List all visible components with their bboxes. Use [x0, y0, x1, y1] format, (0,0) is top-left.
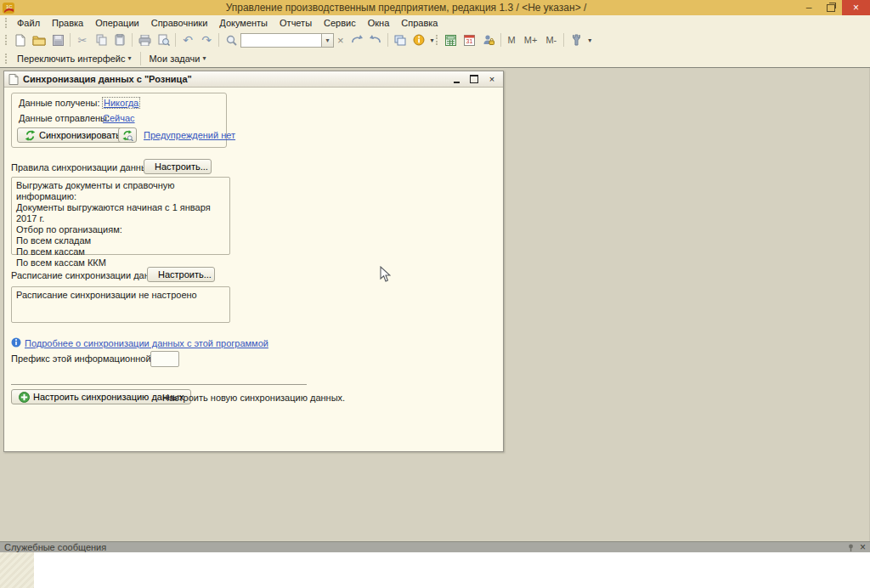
standard-toolbar: ✂ ↶ ↷	[0, 31, 870, 49]
toolbar-separator	[140, 52, 141, 65]
add-icon	[19, 392, 30, 403]
dialog-maximize-button[interactable]	[467, 73, 481, 85]
paste-icon	[115, 34, 125, 46]
toolbar-grip	[5, 35, 7, 45]
find-previous-icon	[370, 35, 381, 45]
calendar-icon: 31	[464, 34, 475, 46]
pin-icon[interactable]	[847, 544, 855, 551]
search-dropdown-button[interactable]: ▾	[322, 33, 334, 48]
toolbar-separator	[500, 33, 501, 47]
settings-dropdown-arrow[interactable]: ▾	[588, 37, 591, 44]
print-button[interactable]	[135, 31, 154, 48]
memory-subtract-button[interactable]: М-	[541, 32, 561, 48]
save-button[interactable]	[48, 31, 67, 48]
menu-edit[interactable]: Правка	[46, 15, 89, 31]
clear-search-button[interactable]: ×	[337, 34, 344, 47]
service-messages-body	[0, 552, 870, 588]
synchronize-button[interactable]: Синхронизировать	[17, 127, 128, 143]
new-document-button[interactable]	[11, 31, 30, 48]
copy-button[interactable]	[92, 31, 110, 48]
wrench-icon	[572, 34, 581, 46]
cut-icon: ✂	[78, 35, 88, 46]
find-button[interactable]	[222, 31, 240, 48]
save-icon	[53, 35, 64, 46]
menu-service[interactable]: Сервис	[318, 15, 362, 31]
menu-reports[interactable]: Отчеты	[274, 15, 318, 31]
mdi-workspace: Синхронизация данных с "Розница" × Данны…	[0, 67, 870, 541]
open-button[interactable]	[30, 31, 48, 48]
rules-configure-button[interactable]: Настроить...	[144, 159, 212, 174]
toolbar-grip	[5, 54, 7, 64]
minimize-button[interactable]: –	[798, 0, 820, 15]
info-button[interactable]	[410, 31, 428, 48]
toolbar-separator	[175, 33, 176, 47]
close-button[interactable]: ×	[842, 0, 870, 15]
main-titlebar: 1С Управление производственным предприят…	[0, 0, 870, 15]
sync-check-button[interactable]	[118, 127, 137, 143]
window-controls: – ×	[798, 0, 870, 15]
info-small-icon	[11, 337, 21, 348]
find-previous-button[interactable]	[366, 31, 385, 48]
window-title: Управление производственным предприятием…	[14, 2, 798, 14]
sent-link[interactable]: Сейчас	[103, 113, 135, 123]
undo-button[interactable]: ↶	[178, 31, 197, 48]
minimize-icon	[454, 82, 460, 83]
find-next-button[interactable]	[347, 31, 366, 48]
toolbar-separator	[387, 33, 388, 47]
service-messages-header: Служебные сообщения ×	[0, 541, 870, 552]
warnings-link[interactable]: Предупреждений нет	[144, 130, 235, 140]
open-windows-button[interactable]	[391, 31, 410, 48]
open-folder-icon	[32, 35, 46, 46]
settings-button[interactable]	[567, 31, 585, 48]
svg-text:31: 31	[466, 38, 473, 44]
received-link[interactable]: Никогда	[102, 97, 140, 109]
restore-button[interactable]	[820, 0, 842, 15]
calendar-button[interactable]: 31	[460, 31, 479, 48]
schedule-description-box[interactable]: Расписание синхронизации не настроено	[11, 286, 230, 323]
received-label: Данные получены:	[19, 98, 99, 108]
rules-description-box[interactable]: Выгружать документы и справочную информа…	[11, 177, 230, 255]
user-permissions-button[interactable]	[479, 31, 498, 48]
print-icon	[138, 35, 151, 46]
rules-label: Правила синхронизации данных:	[11, 162, 155, 172]
dialog-titlebar[interactable]: Синхронизация данных с "Розница" ×	[4, 71, 503, 88]
close-icon: ×	[489, 74, 494, 84]
memory-recall-button[interactable]: М	[504, 32, 520, 48]
sync-status-group: Данные получены: Никогда Данные отправле…	[11, 93, 227, 148]
redo-button[interactable]: ↷	[197, 31, 216, 48]
chevron-down-icon: ▾	[128, 54, 132, 62]
menu-catalogs[interactable]: Справочники	[145, 15, 214, 31]
menu-documents[interactable]: Документы	[213, 15, 274, 31]
switch-interface-button[interactable]: Переключить интерфейс ▾	[11, 51, 138, 66]
prefix-input[interactable]	[150, 351, 179, 367]
restore-icon	[827, 4, 835, 12]
schedule-label: Расписание синхронизации данных:	[11, 270, 168, 280]
sync-dialog: Синхронизация данных с "Розница" × Данны…	[3, 71, 504, 452]
app-logo-icon: 1С	[3, 3, 14, 14]
dialog-close-button[interactable]: ×	[485, 73, 499, 85]
cut-button[interactable]: ✂	[73, 31, 92, 48]
toolbar-separator	[563, 33, 564, 47]
search-input[interactable]	[240, 33, 322, 48]
menu-windows[interactable]: Окна	[362, 15, 396, 31]
menu-file[interactable]: Файл	[11, 15, 46, 31]
print-preview-icon	[157, 34, 170, 46]
details-link[interactable]: Подробнее о синхронизации данных с этой …	[25, 338, 268, 348]
menu-help[interactable]: Справка	[395, 15, 443, 31]
sent-label: Данные отправлены:	[19, 113, 110, 123]
calculator-button[interactable]	[442, 31, 460, 48]
paste-button[interactable]	[110, 31, 129, 48]
my-tasks-button[interactable]: Мои задачи ▾	[144, 51, 212, 66]
schedule-configure-button[interactable]: Настроить...	[147, 267, 215, 282]
menu-operations[interactable]: Операции	[89, 15, 144, 31]
dialog-minimize-button[interactable]	[449, 73, 463, 85]
user-lock-icon	[483, 34, 494, 46]
toolbar-separator	[132, 33, 133, 47]
print-preview-button[interactable]	[154, 31, 172, 48]
maximize-icon	[470, 75, 478, 83]
rules-line: По всем кассам	[16, 246, 225, 257]
memory-add-button[interactable]: М+	[520, 32, 542, 48]
info-dropdown-arrow[interactable]: ▾	[431, 37, 434, 44]
service-messages-close-button[interactable]: ×	[860, 543, 866, 551]
application-window: 1С Управление производственным предприят…	[0, 0, 870, 588]
